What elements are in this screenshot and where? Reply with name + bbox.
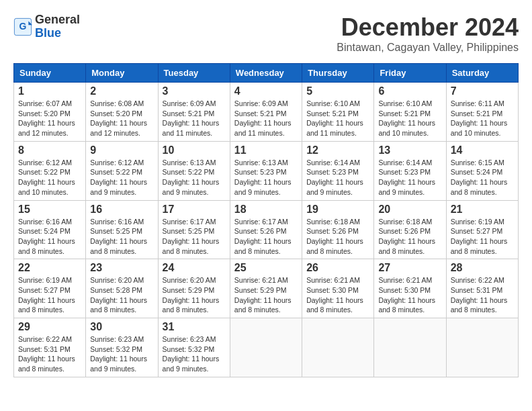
table-row — [230, 318, 302, 377]
table-row: 4Sunrise: 6:09 AMSunset: 5:21 PMDaylight… — [230, 83, 302, 142]
title-section: December 2024 Bintawan, Cagayan Valley, … — [337, 13, 519, 54]
table-row: 8Sunrise: 6:12 AMSunset: 5:22 PMDaylight… — [14, 141, 86, 200]
logo: G General Blue — [13, 13, 80, 40]
table-row: 9Sunrise: 6:12 AMSunset: 5:22 PMDaylight… — [86, 141, 158, 200]
svg-text:G: G — [19, 21, 27, 32]
table-row: 18Sunrise: 6:17 AMSunset: 5:26 PMDayligh… — [230, 200, 302, 259]
table-row: 26Sunrise: 6:21 AMSunset: 5:30 PMDayligh… — [302, 259, 374, 318]
table-row: 16Sunrise: 6:16 AMSunset: 5:25 PMDayligh… — [86, 200, 158, 259]
table-row: 24Sunrise: 6:20 AMSunset: 5:29 PMDayligh… — [158, 259, 230, 318]
header-saturday: Saturday — [446, 64, 518, 83]
table-row: 21Sunrise: 6:19 AMSunset: 5:27 PMDayligh… — [446, 200, 518, 259]
table-row: 23Sunrise: 6:20 AMSunset: 5:28 PMDayligh… — [86, 259, 158, 318]
calendar-table: Sunday Monday Tuesday Wednesday Thursday… — [13, 63, 519, 377]
table-row: 15Sunrise: 6:16 AMSunset: 5:24 PMDayligh… — [14, 200, 86, 259]
table-row: 12Sunrise: 6:14 AMSunset: 5:23 PMDayligh… — [302, 141, 374, 200]
table-row — [374, 318, 446, 377]
logo-text-line1: General — [35, 13, 80, 26]
table-row: 28Sunrise: 6:22 AMSunset: 5:31 PMDayligh… — [446, 259, 518, 318]
table-row: 19Sunrise: 6:18 AMSunset: 5:26 PMDayligh… — [302, 200, 374, 259]
calendar-header-row: Sunday Monday Tuesday Wednesday Thursday… — [14, 64, 519, 83]
table-row: 30Sunrise: 6:23 AMSunset: 5:32 PMDayligh… — [86, 318, 158, 377]
header-friday: Friday — [374, 64, 446, 83]
table-row: 20Sunrise: 6:18 AMSunset: 5:26 PMDayligh… — [374, 200, 446, 259]
table-row: 5Sunrise: 6:10 AMSunset: 5:21 PMDaylight… — [302, 83, 374, 142]
calendar-subtitle: Bintawan, Cagayan Valley, Philippines — [337, 42, 519, 54]
calendar-title: December 2024 — [337, 13, 519, 42]
table-row — [302, 318, 374, 377]
table-row: 10Sunrise: 6:13 AMSunset: 5:22 PMDayligh… — [158, 141, 230, 200]
header-wednesday: Wednesday — [230, 64, 302, 83]
table-row: 17Sunrise: 6:17 AMSunset: 5:25 PMDayligh… — [158, 200, 230, 259]
logo-icon: G — [13, 17, 32, 36]
header-thursday: Thursday — [302, 64, 374, 83]
logo-text-line2: Blue — [35, 26, 61, 40]
header-tuesday: Tuesday — [158, 64, 230, 83]
table-row: 13Sunrise: 6:14 AMSunset: 5:23 PMDayligh… — [374, 141, 446, 200]
table-row: 2Sunrise: 6:08 AMSunset: 5:20 PMDaylight… — [86, 83, 158, 142]
table-row — [446, 318, 518, 377]
table-row: 11Sunrise: 6:13 AMSunset: 5:23 PMDayligh… — [230, 141, 302, 200]
table-row: 14Sunrise: 6:15 AMSunset: 5:24 PMDayligh… — [446, 141, 518, 200]
table-row: 29Sunrise: 6:22 AMSunset: 5:31 PMDayligh… — [14, 318, 86, 377]
table-row: 27Sunrise: 6:21 AMSunset: 5:30 PMDayligh… — [374, 259, 446, 318]
table-row: 6Sunrise: 6:10 AMSunset: 5:21 PMDaylight… — [374, 83, 446, 142]
table-row: 7Sunrise: 6:11 AMSunset: 5:21 PMDaylight… — [446, 83, 518, 142]
table-row: 31Sunrise: 6:23 AMSunset: 5:32 PMDayligh… — [158, 318, 230, 377]
table-row: 25Sunrise: 6:21 AMSunset: 5:29 PMDayligh… — [230, 259, 302, 318]
table-row: 3Sunrise: 6:09 AMSunset: 5:21 PMDaylight… — [158, 83, 230, 142]
table-row: 22Sunrise: 6:19 AMSunset: 5:27 PMDayligh… — [14, 259, 86, 318]
header-sunday: Sunday — [14, 64, 86, 83]
table-row: 1Sunrise: 6:07 AMSunset: 5:20 PMDaylight… — [14, 83, 86, 142]
header-monday: Monday — [86, 64, 158, 83]
